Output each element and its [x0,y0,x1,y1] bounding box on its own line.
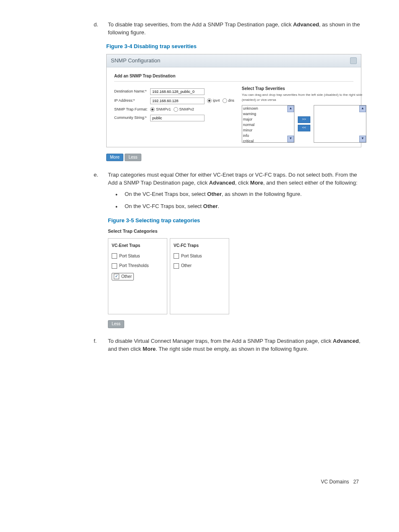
sev-item[interactable]: major [243,117,293,122]
sev-item[interactable]: warning [243,111,293,117]
footer-label: VC Domains [321,479,349,485]
advanced-bold-d: Advanced [293,21,319,28]
enet-port-status[interactable]: Port Status [112,253,164,260]
snmp-panel-header: SNMP Configuration [107,54,361,68]
snmpv1-label: SNMPv1 [156,107,171,112]
destination-name-input[interactable] [150,88,205,95]
opt-label: Port Status [181,253,202,260]
scroll-up-icon[interactable]: ▲ [359,105,366,112]
bullet-2b: . [218,203,220,209]
severities-disabled-list[interactable]: ▲ unknown warning major normal minor inf… [242,105,294,143]
step-d-marker: d. [92,21,108,37]
snmp-config-panel: SNMP Configuration Add an SNMP Trap Dest… [106,54,361,147]
label-dest-name: Destination Name:* [114,89,150,94]
opt-label: Other [181,263,192,269]
step-f-c: . The right side must be empty, as shown… [156,346,308,352]
fc-port-status[interactable]: Port Status [174,253,225,260]
sev-item[interactable]: critical [243,139,293,143]
bullet-1a: On the VC-Enet Traps box, select [125,191,207,197]
opt-label: Port Status [119,253,140,260]
sev-item[interactable]: normal [243,122,293,128]
step-d-text: To disable trap severities, from the Add… [108,21,361,37]
other-bold-1: Other [207,191,222,197]
severities-column: Select Trap Severities You can drag and … [242,86,366,143]
less-button[interactable]: Less [125,154,141,162]
vc-fc-traps-box: VC-FC Traps Port Status Other [170,238,229,314]
trap-categories-title: Select Trap Categories [108,228,361,235]
opt-label: Port Thresholds [119,263,148,269]
ipv4-label: ipv4 [213,98,220,103]
step-f-a: To disable Virtual Connect Manager traps… [108,338,333,344]
step-f-marker: f. [92,337,108,353]
vc-fc-head: VC-FC Traps [174,243,225,249]
step-e-p1c: , and then select either of the followin… [263,180,357,186]
severities-title: Select Trap Severities [242,86,366,92]
form-left-column: Destination Name:* IP Address:* ipv4 dns… [114,86,234,143]
enet-port-thresholds[interactable]: Port Thresholds [112,263,164,269]
move-left-button[interactable]: << [298,125,310,131]
enet-other[interactable]: Other [112,273,164,281]
label-ip: IP Address:* [114,98,150,103]
scroll-down-icon[interactable]: ▼ [287,136,294,142]
bullet-2a: On the VC-FC Traps box, select [125,203,203,209]
figure-3-5-caption: Figure 3-5 Selecting trap categories [108,217,361,225]
snmpv1-radio[interactable]: SNMPv1 [150,107,171,112]
bullet-1b: , as shown in the following figure. [222,191,302,197]
bullet-icon [115,190,125,199]
snmpv2-radio[interactable]: SNMPv2 [174,107,194,112]
community-string-input[interactable] [150,115,205,121]
ip-address-input[interactable] [150,98,205,104]
figure-3-4-caption: Figure 3-4 Disabling trap severities [106,43,361,51]
step-e-content: Trap categories must equal Other for eit… [108,171,361,328]
footer-page: 27 [353,479,359,485]
advanced-bold-e: Advanced [209,180,235,186]
dns-radio[interactable]: dns [223,98,235,103]
less-button-2[interactable]: Less [108,320,124,328]
dns-label: dns [228,98,235,103]
more-button[interactable]: More [106,154,123,162]
sev-item[interactable]: info [243,133,293,139]
label-format: SNMP Trap Format: [114,107,150,112]
step-e-p1b: , click [235,180,250,186]
ipv4-radio[interactable]: ipv4 [207,98,220,103]
opt-label: Other [121,274,132,280]
more-bold-e: More [250,180,263,186]
trap-categories-panel: Select Trap Categories VC-Enet Traps Por… [108,228,361,328]
snmp-panel-title: SNMP Configuration [111,57,160,65]
fc-other[interactable]: Other [174,263,225,269]
vc-enet-traps-box: VC-Enet Traps Port Status Port Threshold… [108,238,167,314]
scroll-down-icon[interactable]: ▼ [359,136,366,142]
bullet-icon [115,203,125,211]
vc-enet-head: VC-Enet Traps [112,243,164,249]
scroll-up-icon[interactable]: ▲ [287,105,294,112]
label-community: Community String:* [114,115,150,121]
snmp-subheading: Add an SNMP Trap Destination [114,73,353,82]
more-bold-f: More [143,346,156,352]
snmpv2-label: SNMPv2 [179,107,194,112]
severities-enabled-list[interactable]: ▲ ▼ [314,105,366,143]
move-right-button[interactable]: >> [298,116,310,123]
step-d-before: To disable trap severities, from the Add… [108,21,293,28]
page-footer: VC Domains 27 [38,478,361,486]
advanced-bold-f: Advanced [333,338,359,344]
step-e-marker: e. [92,171,108,328]
step-f-content: To disable Virtual Connect Manager traps… [108,337,361,353]
sev-item[interactable]: minor [243,128,293,133]
severities-hint: You can drag and drop trap severities fr… [242,93,366,102]
gear-icon[interactable] [350,57,357,64]
other-bold-2: Other [203,203,218,209]
sev-item[interactable]: unknown [243,106,293,111]
